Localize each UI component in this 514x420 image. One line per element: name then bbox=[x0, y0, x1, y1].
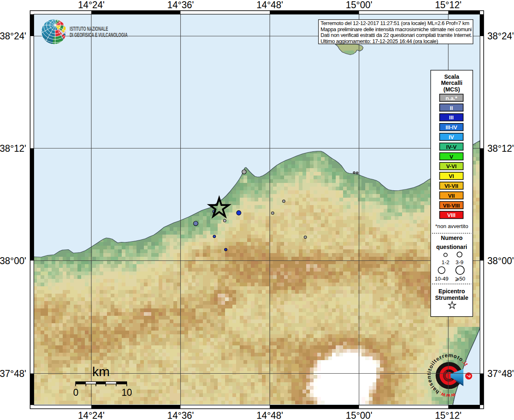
svg-text:14°24': 14°24' bbox=[78, 0, 105, 10]
svg-text:10: 10 bbox=[122, 387, 132, 398]
svg-text:15°00': 15°00' bbox=[346, 0, 373, 10]
svg-text:III-IV: III-IV bbox=[446, 124, 457, 130]
svg-text:15°00': 15°00' bbox=[346, 410, 373, 420]
svg-text:14°48': 14°48' bbox=[257, 0, 283, 10]
svg-text:14°36': 14°36' bbox=[167, 0, 194, 10]
svg-text:15°12': 15°12' bbox=[435, 410, 462, 420]
svg-text:Numero: Numero bbox=[441, 235, 463, 241]
svg-text:Mercalli: Mercalli bbox=[441, 80, 462, 86]
svg-text:V-VI: V-VI bbox=[446, 163, 457, 169]
svg-text:VI-VII: VI-VII bbox=[444, 183, 458, 189]
svg-text:10-49: 10-49 bbox=[434, 276, 448, 282]
svg-text:DI GEOFISICA E VULCANOLOGIA: DI GEOFISICA E VULCANOLOGIA bbox=[70, 32, 128, 39]
svg-text:38°12': 38°12' bbox=[487, 143, 514, 154]
svg-text:Mappa preliminare delle intens: Mappa preliminare delle intensità macros… bbox=[321, 26, 472, 32]
svg-text:38°24': 38°24' bbox=[0, 31, 26, 41]
svg-text:?: ? bbox=[466, 374, 472, 378]
svg-text:38°12': 38°12' bbox=[0, 143, 26, 154]
svg-text:1-2: 1-2 bbox=[441, 259, 449, 265]
svg-text:questionari: questionari bbox=[436, 244, 467, 250]
svg-text:37°48': 37°48' bbox=[487, 368, 514, 379]
svg-text:V: V bbox=[450, 154, 453, 160]
svg-text:m: m bbox=[448, 352, 453, 358]
svg-text:15°12': 15°12' bbox=[435, 0, 462, 10]
svg-text:VIII: VIII bbox=[447, 212, 455, 218]
svg-text:(MCS): (MCS) bbox=[443, 86, 460, 93]
svg-text:Epicentro: Epicentro bbox=[439, 288, 465, 294]
svg-text:14°24': 14°24' bbox=[78, 410, 105, 420]
svg-text:IV: IV bbox=[449, 134, 454, 140]
svg-text:km: km bbox=[92, 364, 110, 379]
svg-text:3-9: 3-9 bbox=[456, 259, 464, 265]
svg-text:VII: VII bbox=[448, 193, 455, 199]
svg-text:38°24': 38°24' bbox=[487, 31, 514, 41]
svg-text:Dati non verificati estratti d: Dati non verificati estratti da 22 quest… bbox=[321, 32, 472, 38]
svg-text:VI: VI bbox=[449, 173, 454, 179]
svg-text:14°48': 14°48' bbox=[257, 410, 283, 420]
svg-text:n.a.*: n.a.* bbox=[446, 95, 457, 101]
svg-text:0: 0 bbox=[73, 387, 78, 398]
svg-text:14°36': 14°36' bbox=[167, 410, 194, 420]
svg-text:VII-VIII: VII-VIII bbox=[443, 203, 460, 209]
svg-text:⩾50: ⩾50 bbox=[455, 276, 465, 282]
svg-text:Strumentale: Strumentale bbox=[435, 294, 469, 301]
svg-text:III: III bbox=[449, 114, 454, 121]
svg-text:Scala: Scala bbox=[444, 73, 459, 80]
svg-text:II: II bbox=[450, 105, 453, 111]
svg-text:IV-V: IV-V bbox=[446, 144, 457, 150]
svg-text:38°00': 38°00' bbox=[487, 256, 514, 266]
svg-text:37°48': 37°48' bbox=[0, 368, 26, 379]
svg-text:*non avvertito: *non avvertito bbox=[435, 223, 469, 229]
svg-text:n: n bbox=[426, 376, 432, 379]
svg-text:Terremoto del 12-12-2017 11:27: Terremoto del 12-12-2017 11:27:51 (ora l… bbox=[321, 20, 469, 26]
svg-text:Ultimo aggiornamento: 17-12-20: Ultimo aggiornamento: 17-12-2025 16:44 (… bbox=[321, 38, 438, 44]
svg-text:38°00': 38°00' bbox=[0, 256, 26, 266]
